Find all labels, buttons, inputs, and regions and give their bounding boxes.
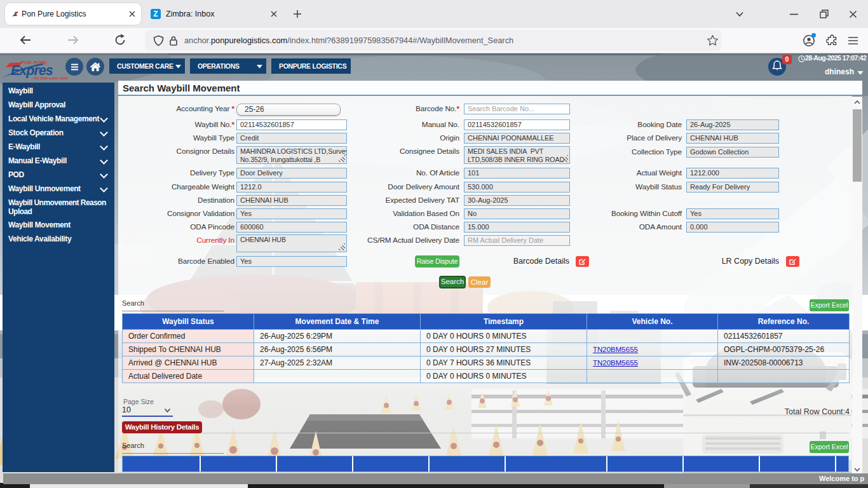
svg-text:On time every time: On time every time xyxy=(34,76,68,80)
